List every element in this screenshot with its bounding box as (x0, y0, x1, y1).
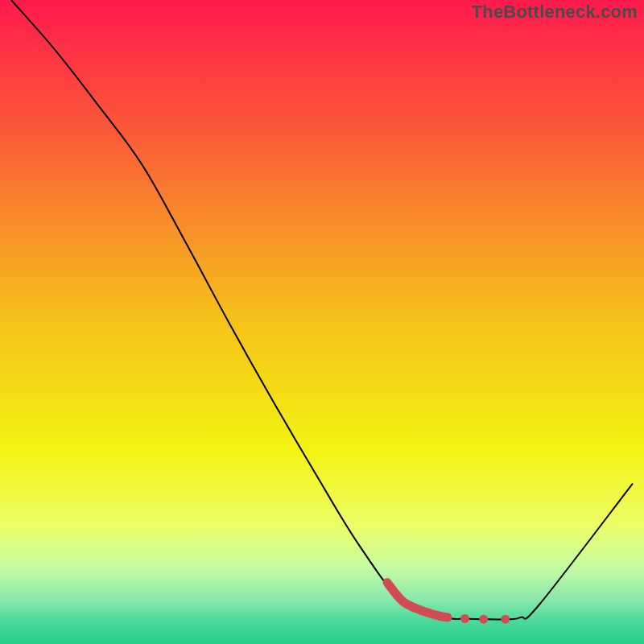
chart-stage: TheBottleneck.com (0, 0, 644, 644)
highlight-segment (387, 583, 448, 617)
watermark-text: TheBottleneck.com (472, 2, 638, 23)
highlight-dot (460, 614, 469, 623)
plot-layer (0, 0, 644, 644)
highlight-dot (501, 615, 510, 624)
highlight-dot (479, 615, 488, 624)
bottleneck-curve (11, 0, 633, 619)
highlight-dots (460, 614, 510, 624)
